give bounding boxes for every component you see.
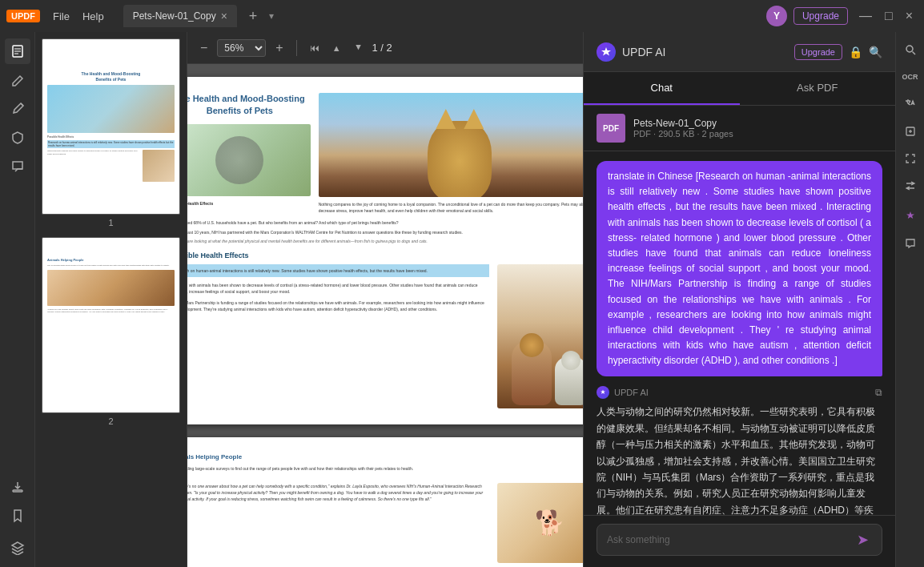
sidebar-left: [0, 32, 35, 567]
pdf-viewer-area: − 56% 75% 100% 125% 150% + ⏮ ▲ ▲ 1 / 2: [187, 32, 583, 567]
ai-logo-icon: [597, 42, 616, 62]
titlebar-right: Y Upgrade — □ ×: [766, 6, 918, 26]
sidebar-right: OCR: [895, 32, 924, 567]
menu-bar: File Help: [53, 10, 104, 22]
tab-label: Pets-New-01_Copy: [133, 10, 216, 22]
pdf-page-2: Animals Helping People NIH is funding la…: [187, 437, 583, 568]
file-name-label: Pets-New-01_Copy: [633, 118, 882, 129]
sidebar-icon-comment[interactable]: [5, 154, 30, 179]
sidebar-icon-annotate[interactable]: [5, 96, 30, 122]
new-tab-button[interactable]: +: [243, 6, 263, 26]
right-icon-ai[interactable]: [899, 205, 922, 227]
ai-title-label: UPDF AI: [622, 46, 788, 58]
highlight-text: Research on human-animal interactions is…: [187, 264, 489, 277]
thumb-label-2: 2: [42, 416, 180, 426]
sidebar-icon-bookmark[interactable]: [5, 503, 30, 529]
ai-tabs: Chat Ask PDF: [584, 72, 895, 106]
page-info: 1 / 2: [372, 42, 392, 54]
file-meta-label: PDF · 290.5 KB · 2 pages: [633, 129, 882, 139]
thumb-img-1: The Health and Mood-BoostingBenefits of …: [42, 38, 180, 215]
svg-rect-4: [13, 490, 22, 492]
sidebar-icon-edit[interactable]: [5, 67, 30, 93]
toolbar-separator: [296, 40, 297, 56]
tab-pets[interactable]: Pets-New-01_Copy ×: [123, 5, 237, 27]
chat-input[interactable]: [607, 534, 854, 545]
window-controls: — □ ×: [854, 9, 918, 23]
col-text-1: Interacting with animals has been shown …: [187, 282, 489, 295]
ai-search-button[interactable]: 🔍: [869, 46, 882, 58]
zoom-display: 56% 75% 100% 125% 150%: [217, 39, 266, 57]
tab-area: Pets-New-01_Copy × + ▾: [123, 5, 760, 27]
tab-chat[interactable]: Chat: [584, 72, 740, 105]
ai-response-container: UPDF AI ⧉ 人类与动物之间的研究仍然相对较新。一些研究表明，它具有积极的…: [597, 386, 882, 515]
first-page-button[interactable]: ⏮: [307, 41, 323, 55]
tab-ask-pdf[interactable]: Ask PDF: [740, 72, 896, 105]
next-page-button[interactable]: ▲: [351, 42, 366, 54]
ai-response-label: UPDF AI ⧉: [597, 386, 882, 399]
page-1-title: The Health and Mood-Boosting Benefits of…: [187, 93, 311, 118]
right-icon-ocr[interactable]: OCR: [899, 66, 922, 88]
thumb-img-2: Animals Helping People NIH is funding la…: [42, 237, 180, 413]
zoom-in-button[interactable]: +: [272, 39, 286, 57]
file-info: PDF Pets-New-01_Copy PDF · 290.5 KB · 2 …: [584, 106, 895, 151]
thumbnail-page-1[interactable]: The Health and Mood-BoostingBenefits of …: [42, 38, 180, 227]
sidebar-icon-security[interactable]: [5, 125, 30, 151]
svg-point-5: [906, 46, 913, 52]
pdf-page-1: The Health and Mood-Boosting Benefits of…: [187, 77, 583, 424]
ai-response-icon: [597, 386, 609, 399]
section-health-effects: Possible Health Effects: [187, 251, 583, 259]
user-avatar[interactable]: Y: [766, 6, 787, 26]
chat-input-wrapper: ➤: [597, 524, 882, 556]
zoom-select[interactable]: 56% 75% 100% 125% 150%: [217, 39, 266, 57]
copy-button[interactable]: ⧉: [875, 387, 882, 398]
maximize-button[interactable]: □: [880, 9, 898, 23]
chat-input-area: ➤: [584, 515, 895, 567]
sidebar-icon-pages[interactable]: [5, 38, 30, 64]
zoom-out-button[interactable]: −: [197, 39, 211, 57]
upgrade-button[interactable]: Upgrade: [793, 7, 848, 25]
right-icon-convert[interactable]: [899, 175, 922, 197]
tab-overflow-button[interactable]: ▾: [269, 10, 274, 22]
send-button[interactable]: ➤: [854, 531, 872, 549]
nih-text: The NIH/Mars Partnership is funding a ra…: [187, 300, 489, 312]
ai-label-text: UPDF AI: [614, 388, 649, 397]
titlebar: UPDF File Help Pets-New-01_Copy × + ▾ Y …: [0, 0, 924, 32]
right-icon-search[interactable]: [899, 38, 922, 61]
right-icon-extract[interactable]: [899, 120, 922, 143]
thumbnail-page-2[interactable]: Animals Helping People NIH is funding la…: [42, 237, 180, 426]
tab-close-button[interactable]: ×: [221, 10, 227, 22]
ai-response-text: 人类与动物之间的研究仍然相对较新。一些研究表明，它具有积极的健康效果。但结果却各…: [597, 404, 882, 515]
page-1-body2: An estimated 68% of U.S. households have…: [187, 220, 583, 227]
page-1-body3: Over the past 10 years, NIH has partnere…: [187, 230, 583, 236]
page-1-caption: Scientists are looking at what the poten…: [187, 239, 583, 245]
close-button[interactable]: ×: [901, 9, 918, 23]
file-details: Pets-New-01_Copy PDF · 290.5 KB · 2 page…: [633, 118, 882, 139]
svg-line-6: [912, 52, 915, 55]
ai-panel-header: UPDF AI Upgrade 🔒 🔍: [584, 32, 895, 72]
right-icon-chat[interactable]: [899, 232, 922, 255]
sidebar-icon-export[interactable]: [5, 474, 30, 500]
page-navigation: 1 / 2: [372, 42, 392, 54]
right-icon-translate[interactable]: [899, 93, 922, 115]
pdf-toolbar: − 56% 75% 100% 125% 150% + ⏮ ▲ ▲ 1 / 2: [187, 32, 583, 64]
ai-panel: UPDF AI Upgrade 🔒 🔍 Chat Ask PDF PDF Pet…: [583, 32, 895, 567]
menu-help[interactable]: Help: [82, 10, 104, 22]
ai-lock-button[interactable]: 🔒: [849, 46, 862, 58]
possible-health-label: Possible Health Effects: [187, 201, 311, 206]
main-area: The Health and Mood-BoostingBenefits of …: [0, 32, 924, 567]
thumbnail-panel[interactable]: The Health and Mood-BoostingBenefits of …: [35, 32, 187, 567]
file-type-icon: PDF: [597, 114, 625, 143]
user-message: translate in Chinese [Research on human …: [597, 161, 882, 376]
thumb-label-1: 1: [42, 218, 180, 227]
pdf-content[interactable]: The Health and Mood-Boosting Benefits of…: [187, 64, 583, 567]
menu-file[interactable]: File: [53, 10, 70, 22]
chat-messages-area[interactable]: translate in Chinese [Research on human …: [584, 151, 895, 515]
ai-upgrade-button[interactable]: Upgrade: [794, 44, 842, 60]
sidebar-icon-layers[interactable]: [5, 535, 30, 561]
prev-page-button[interactable]: ▲: [329, 42, 344, 54]
minimize-button[interactable]: —: [854, 9, 877, 23]
page-1-body1: Nothing compares to the joy of coming ho…: [319, 202, 583, 214]
app-logo: UPDF: [6, 10, 40, 22]
right-icon-compress[interactable]: [899, 147, 922, 170]
